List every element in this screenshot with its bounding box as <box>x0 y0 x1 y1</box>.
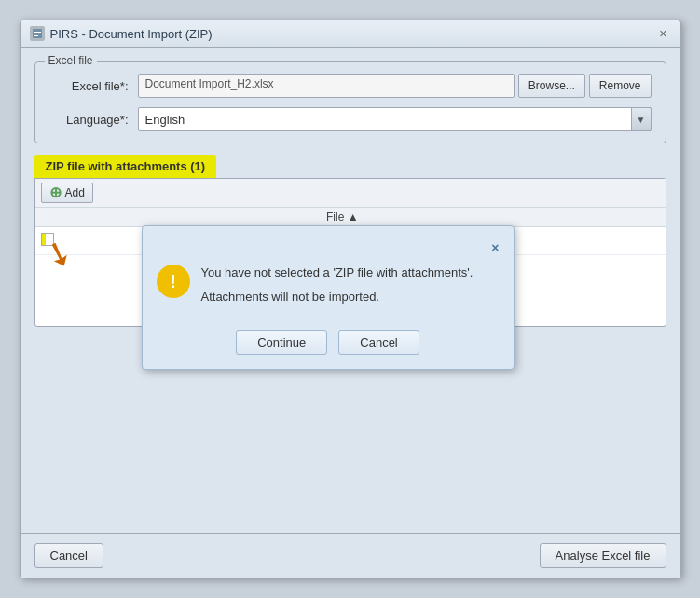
dialog-box: × ! You have not selected a 'ZIP file wi… <box>142 225 515 370</box>
dialog-header: × <box>157 240 500 255</box>
dialog-close-button[interactable]: × <box>491 240 499 255</box>
dialog-cancel-button[interactable]: Cancel <box>338 330 419 355</box>
dialog-text: You have not selected a 'ZIP file with a… <box>201 265 500 313</box>
warning-icon: ! <box>157 265 190 298</box>
dialog-buttons: Continue Cancel <box>157 330 500 355</box>
main-window: PIRS - Document Import (ZIP) × Excel fil… <box>20 20 681 578</box>
warning-exclamation: ! <box>170 271 176 292</box>
dialog-message-line2: Attachments will not be imported. <box>201 289 500 306</box>
dialog-overlay: × ! You have not selected a 'ZIP file wi… <box>21 20 680 578</box>
dialog-message-line1: You have not selected a 'ZIP file with a… <box>201 265 500 281</box>
dialog-content: ! You have not selected a 'ZIP file with… <box>157 265 500 313</box>
dialog-continue-button[interactable]: Continue <box>236 330 327 355</box>
